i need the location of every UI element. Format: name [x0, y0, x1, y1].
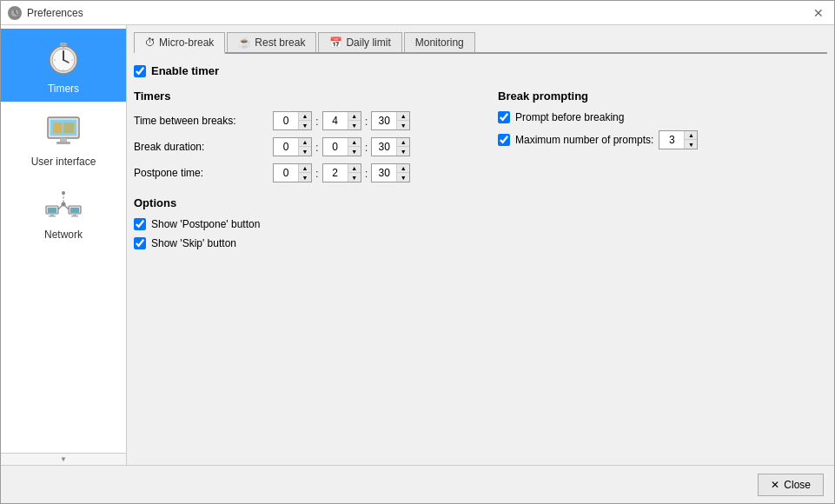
break-duration-h: ▲ ▼	[273, 137, 312, 156]
postpone-time-row: Postpone time: ▲ ▼ :	[134, 163, 463, 182]
break-duration-h-up[interactable]: ▲	[299, 138, 311, 147]
postpone-time-m-up[interactable]: ▲	[348, 164, 361, 173]
close-button[interactable]: ✕ Close	[758, 474, 824, 496]
bottom-bar: ✕ Close	[1, 465, 834, 503]
micro-break-tab-label: Micro-break	[159, 36, 214, 49]
titlebar-left: Preferences	[8, 6, 83, 20]
max-prompts-input[interactable]	[659, 131, 684, 149]
tab-daily-limit[interactable]: 📅 Daily limit	[318, 32, 401, 52]
close-label: Close	[784, 479, 811, 491]
time-between-breaks-s-input[interactable]	[372, 112, 396, 129]
svg-rect-17	[53, 123, 62, 133]
titlebar: Preferences ✕	[1, 1, 834, 25]
break-duration-h-input[interactable]	[274, 138, 298, 156]
sep2: :	[365, 115, 368, 128]
postpone-time-h-down[interactable]: ▼	[299, 173, 311, 182]
postpone-time-m-down[interactable]: ▼	[348, 173, 361, 182]
max-prompts-down[interactable]: ▼	[685, 140, 697, 149]
daily-limit-tab-icon: 📅	[329, 36, 342, 49]
time-between-breaks-m-buttons: ▲ ▼	[348, 112, 361, 129]
content-area: Timers	[1, 25, 834, 465]
sidebar-item-network[interactable]: Network	[1, 175, 126, 248]
options-section: Options Show 'Postpone' button Show 'Ski…	[134, 196, 463, 249]
time-between-breaks-s-down[interactable]: ▼	[397, 121, 409, 129]
svg-rect-26	[70, 208, 79, 213]
daily-limit-tab-label: Daily limit	[346, 36, 390, 49]
time-between-breaks-s-up[interactable]: ▲	[397, 112, 409, 121]
svg-rect-8	[60, 43, 67, 46]
time-between-breaks-row: Time between breaks: ▲ ▼ :	[134, 111, 463, 130]
max-prompts-up[interactable]: ▲	[685, 131, 697, 140]
user-interface-icon	[43, 110, 84, 152]
monitoring-tab-label: Monitoring	[415, 36, 464, 49]
break-duration-s-up[interactable]: ▲	[397, 138, 409, 147]
rest-break-tab-icon: ☕	[238, 36, 251, 49]
tab-micro-break[interactable]: ⏱ Micro-break	[134, 32, 225, 54]
break-duration-s-input[interactable]	[372, 138, 396, 156]
postpone-time-h-up[interactable]: ▲	[299, 164, 311, 173]
tab-monitoring[interactable]: Monitoring	[404, 32, 475, 52]
break-prompting-section: Break prompting Prompt before breaking M…	[498, 90, 827, 458]
micro-break-tab-icon: ⏱	[145, 36, 156, 49]
sidebar: Timers	[1, 25, 127, 465]
time-between-breaks-spinner: ▲ ▼ : ▲ ▼	[273, 111, 410, 130]
max-prompts-label: Maximum number of prompts:	[515, 134, 653, 146]
svg-rect-22	[48, 208, 56, 213]
break-duration-m-input[interactable]	[323, 138, 348, 156]
break-duration-h-down[interactable]: ▼	[299, 147, 311, 156]
options-section-title: Options	[134, 196, 463, 209]
show-postpone-label: Show 'Postpone' button	[151, 218, 260, 230]
sidebar-item-user-interface[interactable]: User interface	[1, 102, 126, 175]
show-skip-checkbox[interactable]	[134, 237, 146, 249]
close-icon: ✕	[771, 479, 779, 491]
time-between-breaks-m: ▲ ▼	[322, 111, 361, 130]
sidebar-item-timers[interactable]: Timers	[1, 29, 126, 102]
postpone-time-m-buttons: ▲ ▼	[348, 164, 361, 182]
svg-rect-27	[73, 214, 76, 216]
postpone-time-h-input[interactable]	[274, 164, 298, 182]
sep5: :	[315, 167, 319, 180]
enable-timer-checkbox[interactable]	[134, 65, 146, 77]
break-duration-m-down[interactable]: ▼	[348, 147, 361, 156]
window-close-button[interactable]: ✕	[810, 4, 827, 22]
sep6: :	[365, 167, 368, 180]
postpone-time-s-down[interactable]: ▼	[397, 173, 409, 182]
postpone-time-s-input[interactable]	[372, 164, 396, 182]
break-duration-s-down[interactable]: ▼	[397, 147, 409, 156]
window-title: Preferences	[27, 7, 83, 19]
enable-timer-row: Enable timer	[134, 64, 827, 77]
time-between-breaks-h-input[interactable]	[274, 112, 298, 129]
postpone-time-label: Postpone time:	[134, 167, 273, 179]
break-duration-spinner: ▲ ▼ : ▲ ▼	[273, 137, 410, 156]
time-between-breaks-s-buttons: ▲ ▼	[396, 112, 409, 129]
time-between-breaks-m-down[interactable]: ▼	[348, 121, 361, 129]
time-between-breaks-h-up[interactable]: ▲	[299, 112, 311, 121]
sidebar-scroll-bottom[interactable]: ▼	[1, 453, 126, 465]
sidebar-item-ui-label: User interface	[31, 156, 96, 168]
prompt-before-label: Prompt before breaking	[515, 111, 624, 123]
show-postpone-checkbox[interactable]	[134, 218, 146, 230]
sidebar-item-network-label: Network	[44, 229, 83, 241]
max-prompts-spinner-buttons: ▲ ▼	[684, 131, 697, 149]
sidebar-list: Timers	[1, 25, 126, 453]
app-icon	[8, 6, 22, 20]
tab-rest-break[interactable]: ☕ Rest break	[227, 32, 316, 52]
max-prompts-checkbox[interactable]	[498, 134, 510, 146]
postpone-time-m-input[interactable]	[323, 164, 348, 182]
two-col-layout: Timers Time between breaks: ▲ ▼	[134, 90, 827, 458]
break-duration-m-up[interactable]: ▲	[348, 138, 361, 147]
time-between-breaks-h-down[interactable]: ▼	[299, 121, 311, 129]
postpone-time-spinner: ▲ ▼ : ▲ ▼	[273, 163, 410, 182]
tab-bar: ⏱ Micro-break ☕ Rest break 📅 Daily limit…	[134, 32, 827, 54]
sep4: :	[365, 141, 368, 154]
postpone-time-s-buttons: ▲ ▼	[396, 164, 409, 182]
preferences-window: Preferences ✕	[0, 0, 835, 504]
break-duration-h-buttons: ▲ ▼	[298, 138, 311, 156]
postpone-time-s-up[interactable]: ▲	[397, 164, 409, 173]
rest-break-tab-label: Rest break	[255, 36, 305, 49]
timers-section: Timers Time between breaks: ▲ ▼	[134, 90, 463, 458]
time-between-breaks-m-input[interactable]	[323, 112, 348, 129]
prompt-before-checkbox[interactable]	[498, 111, 510, 123]
prompt-before-breaking-row: Prompt before breaking	[498, 111, 827, 123]
time-between-breaks-m-up[interactable]: ▲	[348, 112, 361, 121]
